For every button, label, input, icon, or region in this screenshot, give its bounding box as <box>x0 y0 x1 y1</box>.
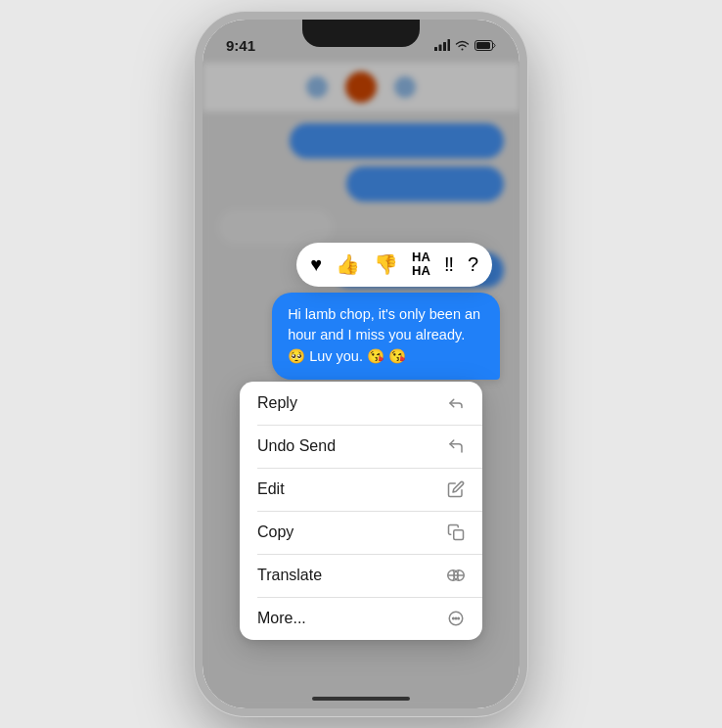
svg-rect-1 <box>439 45 442 52</box>
menu-item-more[interactable]: More... <box>240 597 482 640</box>
signal-icon <box>434 39 450 51</box>
svg-rect-3 <box>448 39 451 51</box>
status-time: 9:41 <box>226 37 255 54</box>
svg-rect-2 <box>443 42 446 51</box>
message-area: ♥ 👍 👎 HAHA ‼ ? Hi lamb chop, it's only b… <box>222 243 500 380</box>
menu-translate-label: Translate <box>257 567 322 584</box>
reaction-exclamation[interactable]: ‼ <box>444 253 454 276</box>
message-bubble: Hi lamb chop, it's only been an hour and… <box>272 293 500 380</box>
reaction-thumbsup[interactable]: 👍 <box>336 252 360 276</box>
svg-point-12 <box>455 617 457 619</box>
message-text: Hi lamb chop, it's only been an hour and… <box>288 306 480 365</box>
battery-icon <box>474 40 496 51</box>
home-indicator[interactable] <box>312 697 410 701</box>
reaction-heart[interactable]: ♥ <box>310 253 322 276</box>
svg-point-13 <box>458 617 460 619</box>
reaction-thumbsdown[interactable]: 👎 <box>374 252 398 276</box>
menu-item-edit[interactable]: Edit <box>240 468 482 511</box>
menu-edit-label: Edit <box>257 480 285 498</box>
copy-icon <box>447 523 465 541</box>
more-icon <box>447 610 465 627</box>
pencil-icon <box>447 480 465 498</box>
svg-rect-0 <box>434 47 437 51</box>
notch <box>302 20 420 47</box>
phone-frame: 9:41 <box>195 12 527 716</box>
phone-screen: 9:41 <box>203 20 519 708</box>
status-icons <box>434 39 496 51</box>
menu-item-translate[interactable]: Translate <box>240 554 482 597</box>
context-menu: Reply Undo Send Edit <box>240 382 482 640</box>
undo-icon <box>447 437 465 455</box>
menu-copy-label: Copy <box>257 523 293 541</box>
menu-item-copy[interactable]: Copy <box>240 511 482 554</box>
svg-point-11 <box>453 617 455 619</box>
reaction-haha[interactable]: HAHA <box>412 250 430 279</box>
translate-icon <box>447 567 465 584</box>
menu-item-undo-send[interactable]: Undo Send <box>240 425 482 468</box>
menu-item-reply[interactable]: Reply <box>240 382 482 425</box>
svg-rect-5 <box>476 42 490 49</box>
svg-rect-6 <box>454 530 464 540</box>
reaction-bar[interactable]: ♥ 👍 👎 HAHA ‼ ? <box>296 243 492 287</box>
wifi-icon <box>455 40 470 51</box>
menu-undo-label: Undo Send <box>257 437 336 455</box>
menu-reply-label: Reply <box>257 394 297 412</box>
menu-more-label: More... <box>257 610 306 627</box>
reply-icon <box>447 394 465 412</box>
reaction-question[interactable]: ? <box>468 253 478 276</box>
